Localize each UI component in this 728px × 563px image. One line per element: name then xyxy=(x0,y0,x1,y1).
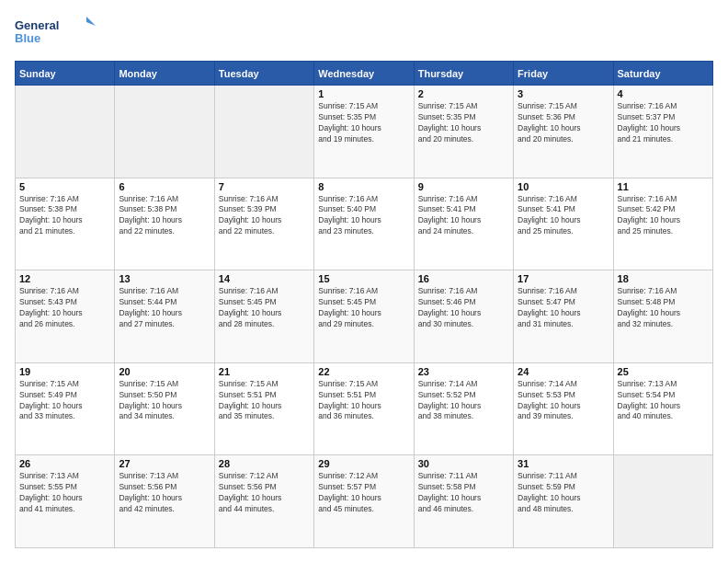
day-cell: 13Sunrise: 7:16 AMSunset: 5:44 PMDayligh… xyxy=(115,270,214,363)
day-info: Sunrise: 7:15 AMSunset: 5:49 PMDaylight:… xyxy=(19,379,110,423)
day-cell: 28Sunrise: 7:12 AMSunset: 5:56 PMDayligh… xyxy=(214,455,313,548)
day-number: 11 xyxy=(618,181,709,192)
day-number: 12 xyxy=(19,273,110,284)
day-number: 25 xyxy=(618,366,709,377)
day-info: Sunrise: 7:16 AMSunset: 5:38 PMDaylight:… xyxy=(119,194,210,238)
day-cell: 4Sunrise: 7:16 AMSunset: 5:37 PMDaylight… xyxy=(613,86,712,178)
day-number: 24 xyxy=(518,366,609,377)
day-number: 22 xyxy=(318,366,409,377)
day-number: 30 xyxy=(418,458,509,469)
weekday-header-wednesday: Wednesday xyxy=(314,62,414,86)
day-info: Sunrise: 7:16 AMSunset: 5:48 PMDaylight:… xyxy=(618,286,709,330)
day-number: 31 xyxy=(518,458,609,469)
day-number: 7 xyxy=(219,181,310,192)
day-cell: 2Sunrise: 7:15 AMSunset: 5:35 PMDaylight… xyxy=(414,86,513,178)
week-row-1: 5Sunrise: 7:16 AMSunset: 5:38 PMDaylight… xyxy=(16,178,713,270)
page: General Blue SundayMondayTuesdayWednesda… xyxy=(0,0,728,563)
day-info: Sunrise: 7:15 AMSunset: 5:35 PMDaylight:… xyxy=(418,101,509,145)
day-cell xyxy=(613,455,712,548)
day-number: 3 xyxy=(518,88,609,99)
header: General Blue xyxy=(15,15,713,52)
day-cell: 3Sunrise: 7:15 AMSunset: 5:36 PMDaylight… xyxy=(514,86,613,178)
day-cell xyxy=(16,86,115,178)
day-info: Sunrise: 7:11 AMSunset: 5:59 PMDaylight:… xyxy=(518,471,609,515)
day-info: Sunrise: 7:11 AMSunset: 5:58 PMDaylight:… xyxy=(418,471,509,515)
day-number: 9 xyxy=(418,181,509,192)
weekday-header-row: SundayMondayTuesdayWednesdayThursdayFrid… xyxy=(16,62,713,86)
day-number: 27 xyxy=(119,458,210,469)
day-info: Sunrise: 7:12 AMSunset: 5:57 PMDaylight:… xyxy=(318,471,409,515)
day-cell: 20Sunrise: 7:15 AMSunset: 5:50 PMDayligh… xyxy=(115,362,214,455)
day-cell: 9Sunrise: 7:16 AMSunset: 5:41 PMDaylight… xyxy=(414,178,513,270)
weekday-header-sunday: Sunday xyxy=(16,62,115,86)
day-cell: 15Sunrise: 7:16 AMSunset: 5:45 PMDayligh… xyxy=(314,270,414,363)
day-cell: 16Sunrise: 7:16 AMSunset: 5:46 PMDayligh… xyxy=(414,270,513,363)
day-info: Sunrise: 7:15 AMSunset: 5:50 PMDaylight:… xyxy=(119,379,210,423)
day-cell: 30Sunrise: 7:11 AMSunset: 5:58 PMDayligh… xyxy=(414,455,513,548)
logo-svg: General Blue xyxy=(15,15,97,52)
day-info: Sunrise: 7:16 AMSunset: 5:42 PMDaylight:… xyxy=(618,194,709,238)
day-number: 2 xyxy=(418,88,509,99)
day-info: Sunrise: 7:13 AMSunset: 5:56 PMDaylight:… xyxy=(119,471,210,515)
day-number: 20 xyxy=(119,366,210,377)
day-cell: 26Sunrise: 7:13 AMSunset: 5:55 PMDayligh… xyxy=(16,455,115,548)
day-info: Sunrise: 7:15 AMSunset: 5:51 PMDaylight:… xyxy=(318,379,409,423)
day-number: 23 xyxy=(418,366,509,377)
day-info: Sunrise: 7:15 AMSunset: 5:36 PMDaylight:… xyxy=(518,101,609,145)
day-info: Sunrise: 7:16 AMSunset: 5:46 PMDaylight:… xyxy=(418,286,509,330)
day-number: 10 xyxy=(518,181,609,192)
day-number: 13 xyxy=(119,273,210,284)
day-cell: 29Sunrise: 7:12 AMSunset: 5:57 PMDayligh… xyxy=(314,455,414,548)
day-info: Sunrise: 7:14 AMSunset: 5:53 PMDaylight:… xyxy=(518,379,609,423)
svg-text:General: General xyxy=(15,18,59,32)
day-info: Sunrise: 7:16 AMSunset: 5:38 PMDaylight:… xyxy=(19,194,110,238)
day-cell: 12Sunrise: 7:16 AMSunset: 5:43 PMDayligh… xyxy=(16,270,115,363)
day-cell: 1Sunrise: 7:15 AMSunset: 5:35 PMDaylight… xyxy=(314,86,414,178)
day-number: 15 xyxy=(318,273,409,284)
svg-text:Blue: Blue xyxy=(15,31,40,45)
day-info: Sunrise: 7:16 AMSunset: 5:45 PMDaylight:… xyxy=(219,286,310,330)
day-cell: 11Sunrise: 7:16 AMSunset: 5:42 PMDayligh… xyxy=(613,178,712,270)
day-cell: 7Sunrise: 7:16 AMSunset: 5:39 PMDaylight… xyxy=(214,178,313,270)
logo: General Blue xyxy=(15,15,97,52)
svg-marker-1 xyxy=(86,17,96,26)
day-cell: 5Sunrise: 7:16 AMSunset: 5:38 PMDaylight… xyxy=(16,178,115,270)
day-cell: 14Sunrise: 7:16 AMSunset: 5:45 PMDayligh… xyxy=(214,270,313,363)
day-info: Sunrise: 7:14 AMSunset: 5:52 PMDaylight:… xyxy=(418,379,509,423)
day-number: 1 xyxy=(318,88,409,99)
week-row-3: 19Sunrise: 7:15 AMSunset: 5:49 PMDayligh… xyxy=(16,362,713,455)
day-cell: 18Sunrise: 7:16 AMSunset: 5:48 PMDayligh… xyxy=(613,270,712,363)
weekday-header-friday: Friday xyxy=(514,62,613,86)
day-cell xyxy=(214,86,313,178)
day-info: Sunrise: 7:16 AMSunset: 5:45 PMDaylight:… xyxy=(318,286,409,330)
week-row-0: 1Sunrise: 7:15 AMSunset: 5:35 PMDaylight… xyxy=(16,86,713,178)
day-info: Sunrise: 7:13 AMSunset: 5:54 PMDaylight:… xyxy=(618,379,709,423)
day-number: 4 xyxy=(618,88,709,99)
weekday-header-monday: Monday xyxy=(115,62,214,86)
day-info: Sunrise: 7:16 AMSunset: 5:43 PMDaylight:… xyxy=(19,286,110,330)
day-number: 19 xyxy=(19,366,110,377)
calendar-table: SundayMondayTuesdayWednesdayThursdayFrid… xyxy=(15,61,713,548)
day-info: Sunrise: 7:13 AMSunset: 5:55 PMDaylight:… xyxy=(19,471,110,515)
day-info: Sunrise: 7:16 AMSunset: 5:40 PMDaylight:… xyxy=(318,194,409,238)
day-number: 16 xyxy=(418,273,509,284)
day-cell: 31Sunrise: 7:11 AMSunset: 5:59 PMDayligh… xyxy=(514,455,613,548)
day-info: Sunrise: 7:12 AMSunset: 5:56 PMDaylight:… xyxy=(219,471,310,515)
day-number: 18 xyxy=(618,273,709,284)
day-cell: 21Sunrise: 7:15 AMSunset: 5:51 PMDayligh… xyxy=(214,362,313,455)
day-cell: 17Sunrise: 7:16 AMSunset: 5:47 PMDayligh… xyxy=(514,270,613,363)
day-cell: 19Sunrise: 7:15 AMSunset: 5:49 PMDayligh… xyxy=(16,362,115,455)
day-number: 8 xyxy=(318,181,409,192)
day-info: Sunrise: 7:15 AMSunset: 5:51 PMDaylight:… xyxy=(219,379,310,423)
day-info: Sunrise: 7:16 AMSunset: 5:37 PMDaylight:… xyxy=(618,101,709,145)
day-info: Sunrise: 7:15 AMSunset: 5:35 PMDaylight:… xyxy=(318,101,409,145)
day-number: 17 xyxy=(518,273,609,284)
day-info: Sunrise: 7:16 AMSunset: 5:44 PMDaylight:… xyxy=(119,286,210,330)
day-number: 14 xyxy=(219,273,310,284)
day-cell: 8Sunrise: 7:16 AMSunset: 5:40 PMDaylight… xyxy=(314,178,414,270)
day-number: 6 xyxy=(119,181,210,192)
day-info: Sunrise: 7:16 AMSunset: 5:41 PMDaylight:… xyxy=(418,194,509,238)
day-cell: 6Sunrise: 7:16 AMSunset: 5:38 PMDaylight… xyxy=(115,178,214,270)
day-info: Sunrise: 7:16 AMSunset: 5:41 PMDaylight:… xyxy=(518,194,609,238)
day-number: 21 xyxy=(219,366,310,377)
